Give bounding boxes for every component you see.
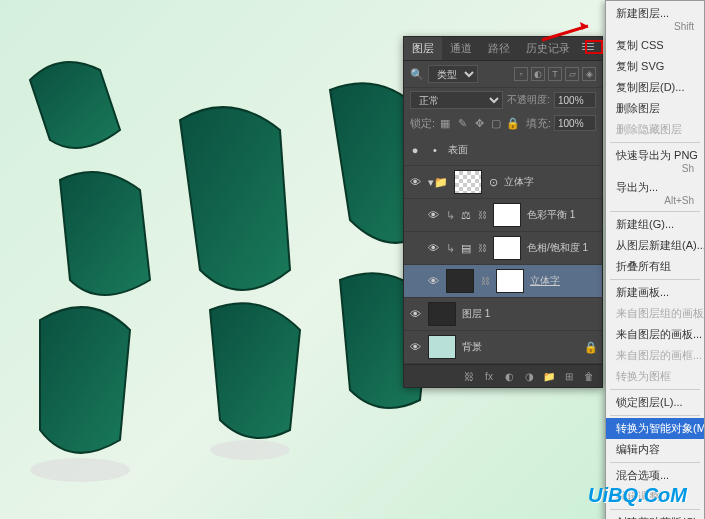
menu-item[interactable]: 创建剪贴蒙版(C) — [606, 512, 704, 519]
menu-item[interactable]: 复制 CSS — [606, 35, 704, 56]
link-layers-icon[interactable]: ⛓ — [462, 369, 476, 383]
menu-item: 来自图层组的画板... — [606, 303, 704, 324]
menu-item[interactable]: 新建组(G)... — [606, 214, 704, 235]
lock-label: 锁定: — [410, 116, 435, 131]
lock-trans-icon[interactable]: ▦ — [438, 116, 452, 130]
new-layer-icon[interactable]: ⊞ — [562, 369, 576, 383]
mask-thumb — [493, 203, 521, 227]
layer-panel-context-menu: 新建图层...Shift复制 CSS复制 SVG复制图层(D)...删除图层删除… — [605, 0, 705, 519]
visibility-toggle[interactable]: 👁 — [408, 307, 422, 321]
menu-item[interactable]: 新建画板... — [606, 282, 704, 303]
visibility-toggle[interactable]: 👁 — [426, 241, 440, 255]
opacity-input[interactable] — [554, 92, 596, 108]
visibility-toggle[interactable]: 👁 — [426, 274, 440, 288]
group-thumb — [454, 170, 482, 194]
lock-artboard-icon[interactable]: ▢ — [489, 116, 503, 130]
fx-icon[interactable]: fx — [482, 369, 496, 383]
opacity-label: 不透明度: — [507, 93, 550, 107]
adjustment-indicator: ⊙ — [488, 176, 498, 189]
layer-hue-sat[interactable]: 👁 ↳ ▤ ⛓ 色相/饱和度 1 — [404, 232, 602, 265]
menu-separator — [610, 462, 700, 463]
lock-row: 锁定: ▦ ✎ ✥ ▢ 🔒 填充: — [404, 112, 602, 134]
adjustment-icon[interactable]: ◑ — [522, 369, 536, 383]
filter-adjust-icon[interactable]: ◐ — [531, 67, 545, 81]
filter-smart-icon[interactable]: ◈ — [582, 67, 596, 81]
svg-point-0 — [30, 458, 130, 482]
lock-all-icon[interactable]: 🔒 — [506, 116, 520, 130]
menu-item[interactable]: 快速导出为 PNGSh — [606, 145, 704, 177]
fill-input[interactable] — [554, 115, 596, 131]
blend-mode-select[interactable]: 正常 — [410, 91, 503, 109]
menu-shortcut: Alt+Sh — [664, 195, 694, 206]
mask-icon[interactable]: ◐ — [502, 369, 516, 383]
layer-list: ● • 表面 👁 ▾📁 ⊙ 立体字 👁 ↳ ⚖ ⛓ 色彩平衡 1 👁 ↳ ▤ ⛓ — [404, 134, 602, 364]
layer-thumb — [446, 269, 474, 293]
menu-item[interactable]: 折叠所有组 — [606, 256, 704, 277]
menu-item[interactable]: 编辑内容 — [606, 439, 704, 460]
menu-item[interactable]: 复制 SVG — [606, 56, 704, 77]
mask-thumb — [493, 236, 521, 260]
group-icon[interactable]: 📁 — [542, 369, 556, 383]
menu-item[interactable]: 混合选项... — [606, 465, 704, 486]
layer-label: 立体字 — [504, 175, 598, 189]
menu-item: 转换为图框 — [606, 366, 704, 387]
layer-label: 色彩平衡 1 — [527, 208, 598, 222]
menu-item[interactable]: 复制图层(D)... — [606, 77, 704, 98]
filter-type-select[interactable]: 类型 — [428, 65, 478, 83]
layer-label: 色相/饱和度 1 — [527, 241, 598, 255]
blend-row: 正常 不透明度: — [404, 88, 602, 112]
delete-icon[interactable]: 🗑 — [582, 369, 596, 383]
hue-icon: ▤ — [461, 242, 471, 255]
menu-item[interactable]: 删除图层 — [606, 98, 704, 119]
layer-3dtext-smart[interactable]: 👁 ⛓ 立体字 — [404, 265, 602, 298]
menu-separator — [610, 415, 700, 416]
group-expand-icon[interactable]: ▾📁 — [428, 176, 448, 189]
layer-label: 表面 — [448, 143, 598, 157]
tab-channels[interactable]: 通道 — [442, 37, 480, 60]
menu-separator — [610, 211, 700, 212]
visibility-toggle[interactable]: 👁 — [426, 208, 440, 222]
visibility-toggle[interactable]: 👁 — [408, 175, 422, 189]
menu-item[interactable]: 从图层新建组(A)... — [606, 235, 704, 256]
tab-history[interactable]: 历史记录 — [518, 37, 578, 60]
tab-paths[interactable]: 路径 — [480, 37, 518, 60]
visibility-toggle[interactable]: ● — [408, 143, 422, 157]
clip-icon: ↳ — [446, 209, 455, 222]
layer-label: 图层 1 — [462, 307, 598, 321]
layer-group-3dtext[interactable]: 👁 ▾📁 ⊙ 立体字 — [404, 166, 602, 199]
menu-separator — [610, 389, 700, 390]
link-icon: ⛓ — [477, 243, 487, 253]
layer-label: 背景 — [462, 340, 578, 354]
layer-color-balance[interactable]: 👁 ↳ ⚖ ⛓ 色彩平衡 1 — [404, 199, 602, 232]
svg-point-1 — [210, 440, 290, 460]
menu-item[interactable]: 来自图层的画板... — [606, 324, 704, 345]
canvas-artwork — [0, 0, 450, 519]
visibility-toggle[interactable]: 👁 — [408, 340, 422, 354]
menu-separator — [610, 142, 700, 143]
panel-menu-button[interactable] — [582, 41, 598, 55]
link-icon: ⛓ — [477, 210, 487, 220]
balance-icon: ⚖ — [461, 209, 471, 222]
dot-icon: • — [428, 143, 442, 157]
menu-item[interactable]: 锁定图层(L)... — [606, 392, 704, 413]
lock-paint-icon[interactable]: ✎ — [455, 116, 469, 130]
watermark: UiBQ.CoM — [588, 484, 687, 507]
link-icon: ⛓ — [480, 276, 490, 286]
filter-text-icon[interactable]: T — [548, 67, 562, 81]
lock-pos-icon[interactable]: ✥ — [472, 116, 486, 130]
filter-search-icon: 🔍 — [410, 68, 424, 81]
layer-background[interactable]: 👁 背景 🔒 — [404, 331, 602, 364]
tab-layers[interactable]: 图层 — [404, 37, 442, 60]
layer-filter-row: 🔍 类型 ▫ ◐ T ▱ ◈ — [404, 61, 602, 88]
menu-item[interactable]: 转换为智能对象(M) — [606, 418, 704, 439]
filter-pixel-icon[interactable]: ▫ — [514, 67, 528, 81]
layer-1[interactable]: 👁 图层 1 — [404, 298, 602, 331]
fill-label: 填充: — [526, 116, 551, 131]
menu-item[interactable]: 导出为...Alt+Sh — [606, 177, 704, 209]
menu-item[interactable]: 新建图层...Shift — [606, 3, 704, 35]
panel-footer: ⛓ fx ◐ ◑ 📁 ⊞ 🗑 — [404, 364, 602, 387]
layer-surface[interactable]: ● • 表面 — [404, 134, 602, 166]
panel-tabs: 图层 通道 路径 历史记录 — [404, 37, 602, 61]
filter-shape-icon[interactable]: ▱ — [565, 67, 579, 81]
menu-shortcut: Shift — [674, 21, 694, 32]
